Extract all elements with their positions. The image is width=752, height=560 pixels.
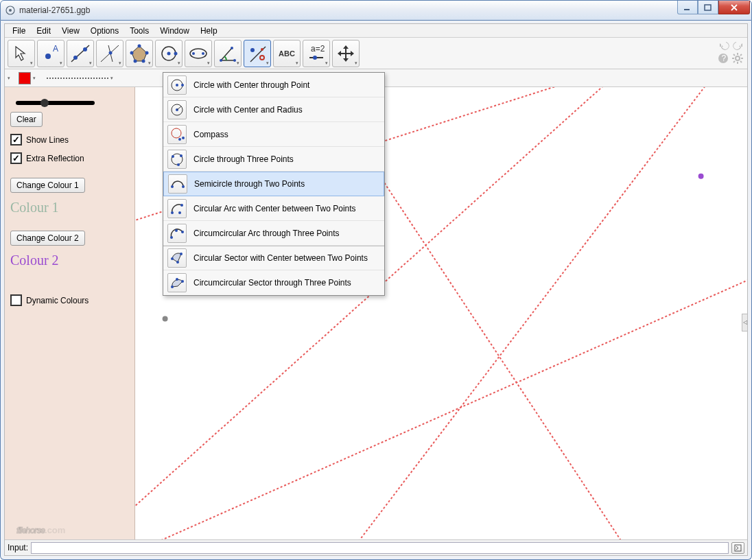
svg-point-27	[250, 48, 255, 52]
circle-tool-dropdown: Circle with Center through Point Circle …	[163, 72, 385, 296]
dropdown-label: Circle with Center through Point	[193, 80, 309, 90]
svg-point-60	[182, 137, 185, 139]
menu-help[interactable]: Help	[196, 25, 222, 37]
svg-point-63	[180, 154, 183, 157]
change-colour-2-button[interactable]: Change Colour 2	[10, 231, 85, 246]
menu-window[interactable]: Window	[155, 25, 194, 37]
dropdown-label: Circular Arc with Center between Two Poi…	[193, 204, 356, 213]
dropdown-item-circular-arc[interactable]: Circular Arc with Center between Two Poi…	[163, 196, 384, 221]
svg-point-24	[233, 59, 236, 62]
undo-icon[interactable]	[719, 40, 730, 51]
main-toolbar: ▾ A▾ ▾ ▾ ▾ ▾ ▾ ▾ ▾ ABC▾ a=2▾ ▾ ?	[5, 38, 747, 69]
tool-reflect[interactable]: ▾	[244, 40, 271, 67]
dropdown-item-semicircle[interactable]: Semicircle through Two Points	[163, 172, 384, 196]
extra-reflection-checkbox[interactable]: ✓Extra Reflection	[10, 152, 129, 164]
toolbar-right-group: ?	[718, 40, 743, 64]
color-picker[interactable]: ▾	[16, 71, 38, 86]
gear-icon[interactable]	[732, 53, 743, 64]
svg-point-64	[177, 163, 180, 166]
svg-point-73	[176, 261, 179, 264]
tool-conic[interactable]: ▾	[185, 40, 212, 67]
dropdown-item-circumcircular-sector[interactable]: Circumcircular Sector through Three Poin…	[163, 270, 384, 295]
svg-point-66	[182, 185, 185, 188]
svg-point-16	[130, 51, 134, 54]
tool-angle[interactable]: ▾	[214, 40, 242, 67]
svg-point-12	[138, 44, 141, 47]
circle-three-points-icon	[167, 150, 187, 169]
tool-polygon[interactable]: ▾	[126, 40, 153, 67]
tool-text[interactable]: ABC▾	[273, 40, 301, 67]
input-field[interactable]	[31, 542, 729, 554]
svg-line-57	[177, 106, 181, 110]
menu-options[interactable]: Options	[86, 25, 124, 37]
help-icon[interactable]: ?	[718, 53, 729, 64]
tool-slider[interactable]: a=2▾	[303, 40, 330, 67]
circle-center-radius-icon	[167, 100, 187, 119]
tool-circle[interactable]: ▾	[155, 40, 183, 67]
thickness-slider[interactable]	[16, 101, 95, 105]
dropdown-item-compass[interactable]: Compass	[163, 122, 384, 147]
svg-point-8	[83, 47, 87, 51]
side-panel-handle[interactable]: ◁	[742, 314, 747, 331]
line-style-picker[interactable]: ▾	[44, 74, 116, 82]
tool-move-view[interactable]: ▾	[332, 40, 360, 67]
dynamic-colours-checkbox[interactable]: Dynamic Colours	[10, 294, 129, 306]
menu-file[interactable]: File	[8, 25, 30, 37]
svg-text:A: A	[53, 44, 58, 54]
svg-point-4	[45, 54, 51, 59]
dropdown-item-circular-sector[interactable]: Circular Sector with Center between Two …	[163, 246, 384, 270]
maximize-button[interactable]	[698, 1, 718, 14]
dropdown-label: Circular Sector with Center between Two …	[193, 253, 368, 263]
svg-point-1	[9, 9, 12, 12]
svg-text:a=2: a=2	[311, 44, 325, 54]
redo-icon[interactable]	[732, 40, 743, 51]
circumcircular-arc-icon	[167, 224, 187, 243]
window-title: material-27651.ggb	[19, 5, 747, 15]
minimize-button[interactable]	[677, 1, 698, 14]
input-label: Input:	[8, 543, 28, 552]
svg-point-49	[163, 316, 168, 321]
svg-line-42	[740, 54, 742, 56]
dropdown-item-circle-center-radius[interactable]: Circle with Center and Radius	[163, 97, 384, 122]
tool-move[interactable]: ▾	[8, 40, 35, 67]
menu-edit[interactable]: Edit	[32, 25, 56, 37]
compass-icon	[167, 125, 187, 144]
menu-view[interactable]: View	[57, 25, 84, 37]
circular-arc-icon	[167, 199, 187, 218]
clear-button[interactable]: Clear	[10, 112, 43, 127]
svg-line-41	[740, 61, 742, 62]
svg-point-70	[170, 236, 173, 239]
svg-point-76	[171, 285, 174, 288]
dropdown-item-circumcircular-arc[interactable]: Circumcircular Arc through Three Points	[163, 221, 384, 246]
close-button[interactable]	[718, 1, 750, 14]
svg-point-68	[180, 204, 183, 207]
show-lines-checkbox[interactable]: ✓Show Lines	[10, 134, 129, 145]
extra-reflection-label: Extra Reflection	[26, 154, 84, 163]
stylebar-collapse-icon[interactable]: ▾	[8, 75, 10, 81]
tool-special-line[interactable]: ▾	[96, 40, 124, 67]
svg-point-15	[134, 59, 137, 62]
change-colour-1-button[interactable]: Change Colour 1	[10, 178, 85, 193]
tool-line[interactable]: ▾	[67, 40, 94, 67]
svg-line-47	[135, 266, 747, 539]
tool-point[interactable]: A▾	[37, 40, 64, 67]
input-bar: Input:	[5, 539, 747, 555]
svg-point-65	[171, 185, 174, 188]
svg-text:?: ?	[722, 54, 727, 63]
svg-point-75	[180, 253, 183, 255]
circle-center-point-icon	[167, 75, 187, 95]
input-help-button[interactable]	[731, 542, 744, 554]
svg-point-72	[181, 231, 184, 233]
colour-1-label: Colour 1	[10, 200, 129, 215]
svg-point-18	[167, 51, 171, 55]
line-style-preview	[47, 78, 108, 79]
dropdown-label: Circumcircular Sector through Three Poin…	[193, 278, 351, 288]
svg-point-21	[192, 52, 195, 55]
svg-point-54	[181, 84, 184, 86]
menu-tools[interactable]: Tools	[125, 25, 154, 37]
dropdown-label: Semicircle through Two Points	[194, 179, 305, 189]
svg-point-28	[260, 56, 264, 60]
dropdown-item-circle-three-points[interactable]: Circle through Three Points	[163, 147, 384, 172]
svg-point-77	[176, 278, 178, 281]
dropdown-item-circle-center-point[interactable]: Circle with Center through Point	[163, 73, 384, 97]
